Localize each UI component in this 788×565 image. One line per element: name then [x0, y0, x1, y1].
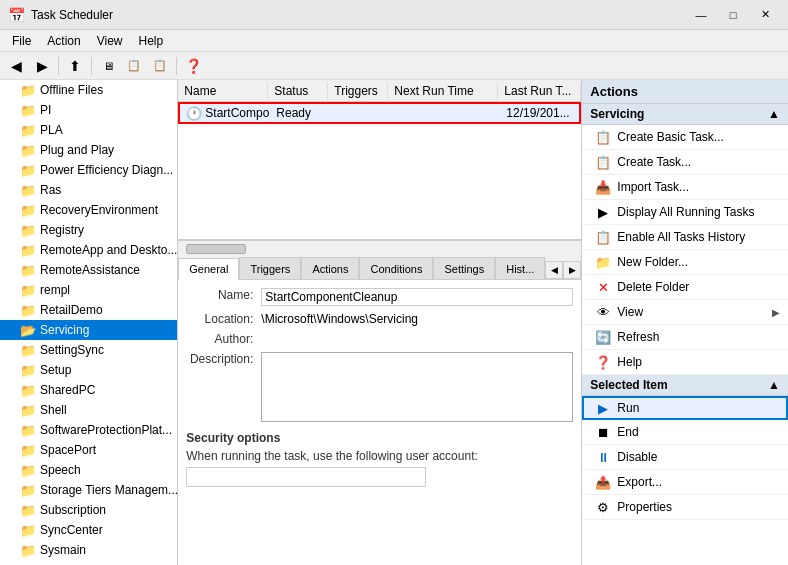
sidebar-item-label: Registry — [40, 223, 84, 237]
sidebar-item-label: SoftwareProtectionPlat... — [40, 423, 172, 437]
maximize-button[interactable]: □ — [718, 5, 748, 25]
folder-icon: 📁 — [20, 123, 36, 138]
tab-actions[interactable]: Actions — [301, 257, 359, 279]
sidebar-item-label: Setup — [40, 363, 71, 377]
sidebar-item-software-protection[interactable]: 📁 SoftwareProtectionPlat... — [0, 420, 177, 440]
sidebar-item-ras[interactable]: 📁 Ras — [0, 180, 177, 200]
col-header-status[interactable]: Status — [268, 82, 328, 100]
tab-triggers[interactable]: Triggers — [239, 257, 301, 279]
sidebar-item-shell[interactable]: 📁 Shell — [0, 400, 177, 420]
folder-icon: 📁 — [20, 223, 36, 238]
action-export[interactable]: 📤 Export... — [582, 470, 788, 495]
sidebar-item-registry[interactable]: 📁 Registry — [0, 220, 177, 240]
security-sub-label: When running the task, use the following… — [186, 449, 573, 463]
menu-view[interactable]: View — [89, 32, 131, 50]
col-header-name[interactable]: Name — [178, 82, 268, 100]
sidebar-item-sync-center[interactable]: 📁 SyncCenter — [0, 520, 177, 540]
menu-action[interactable]: Action — [39, 32, 88, 50]
tab-nav-right[interactable]: ▶ — [563, 261, 581, 279]
action-create-task[interactable]: 📋 Create Task... — [582, 150, 788, 175]
name-row: Name: — [186, 288, 573, 306]
folder-icon: 📁 — [20, 543, 36, 558]
tab-settings[interactable]: Settings — [433, 257, 495, 279]
toolbar-properties[interactable]: 📋 — [122, 55, 146, 77]
sidebar-item-recovery-environment[interactable]: 📁 RecoveryEnvironment — [0, 200, 177, 220]
sidebar-item-pi[interactable]: 📁 PI — [0, 100, 177, 120]
sidebar-item-label: Plug and Play — [40, 143, 114, 157]
folder-icon: 📁 — [20, 303, 36, 318]
sidebar-item-pla[interactable]: 📁 PLA — [0, 120, 177, 140]
tab-conditions[interactable]: Conditions — [359, 257, 433, 279]
task-list[interactable]: Name Status Triggers Next Run Time Last … — [178, 80, 581, 240]
sidebar-item-speech[interactable]: 📁 Speech — [0, 460, 177, 480]
sidebar-item-subscription[interactable]: 📁 Subscription — [0, 500, 177, 520]
task-row[interactable]: 🕐 StartCompo... Ready 12/19/201... — [178, 102, 581, 124]
tab-history[interactable]: Hist... — [495, 257, 545, 279]
action-end[interactable]: ⏹ End — [582, 420, 788, 445]
action-properties[interactable]: ⚙ Properties — [582, 495, 788, 520]
close-button[interactable]: ✕ — [750, 5, 780, 25]
sidebar-item-sysmain[interactable]: 📁 Sysmain — [0, 540, 177, 560]
toolbar-back[interactable]: ◀ — [4, 55, 28, 77]
sidebar-item-storage-tiers[interactable]: 📁 Storage Tiers Managem... — [0, 480, 177, 500]
sidebar-item-spaceport[interactable]: 📁 SpacePort — [0, 440, 177, 460]
sidebar-item-retail-demo[interactable]: 📁 RetailDemo — [0, 300, 177, 320]
sidebar-item-rempl[interactable]: 📁 rempl — [0, 280, 177, 300]
action-view[interactable]: 👁 View ▶ — [582, 300, 788, 325]
folder-icon: 📁 — [20, 163, 36, 178]
action-refresh[interactable]: 🔄 Refresh — [582, 325, 788, 350]
folder-icon: 📁 — [20, 203, 36, 218]
security-user-input[interactable] — [186, 467, 426, 487]
description-row: Description: — [186, 352, 573, 425]
action-import-task[interactable]: 📥 Import Task... — [582, 175, 788, 200]
action-enable-history[interactable]: 📋 Enable All Tasks History — [582, 225, 788, 250]
selected-item-section-header[interactable]: Selected Item ▲ — [582, 375, 788, 396]
menu-help[interactable]: Help — [131, 32, 172, 50]
task-list-scrollbar[interactable] — [178, 240, 581, 256]
toolbar-separator — [58, 57, 59, 75]
toolbar-help[interactable]: ❓ — [181, 55, 205, 77]
description-textarea[interactable] — [261, 352, 573, 422]
location-label: Location: — [186, 312, 261, 326]
scrollbar-thumb[interactable] — [186, 244, 246, 254]
menu-file[interactable]: File — [4, 32, 39, 50]
col-header-nextrun[interactable]: Next Run Time — [388, 82, 498, 100]
sidebar-item-remoteapp[interactable]: 📁 RemoteApp and Deskto... — [0, 240, 177, 260]
action-label: End — [617, 425, 780, 439]
end-icon: ⏹ — [594, 423, 612, 441]
servicing-section-header[interactable]: Servicing ▲ — [582, 104, 788, 125]
sidebar-item-plug-and-play[interactable]: 📁 Plug and Play — [0, 140, 177, 160]
sidebar-item-remote-assistance[interactable]: 📁 RemoteAssistance — [0, 260, 177, 280]
right-panel: Actions Servicing ▲ 📋 Create Basic Task.… — [582, 80, 788, 565]
action-delete-folder[interactable]: ✕ Delete Folder — [582, 275, 788, 300]
sidebar-item-power-efficiency[interactable]: 📁 Power Efficiency Diagn... — [0, 160, 177, 180]
toolbar-export[interactable]: 📋 — [148, 55, 172, 77]
description-value[interactable] — [261, 352, 573, 425]
tab-nav-left[interactable]: ◀ — [545, 261, 563, 279]
sidebar-item-setting-sync[interactable]: 📁 SettingSync — [0, 340, 177, 360]
action-display-running[interactable]: ▶ Display All Running Tasks — [582, 200, 788, 225]
new-folder-icon: 📁 — [594, 253, 612, 271]
col-header-lastrun[interactable]: Last Run T... — [498, 82, 581, 100]
toolbar-show-hide[interactable]: 🖥 — [96, 55, 120, 77]
action-create-basic-task[interactable]: 📋 Create Basic Task... — [582, 125, 788, 150]
name-input[interactable] — [261, 288, 573, 306]
sidebar-item-shared-pc[interactable]: 📁 SharedPC — [0, 380, 177, 400]
folder-icon: 📁 — [20, 463, 36, 478]
sidebar-item-servicing[interactable]: 📂 Servicing — [0, 320, 177, 340]
action-new-folder[interactable]: 📁 New Folder... — [582, 250, 788, 275]
folder-icon: 📁 — [20, 403, 36, 418]
help-icon: ❓ — [594, 353, 612, 371]
sidebar-item-label: Servicing — [40, 323, 89, 337]
action-run[interactable]: ▶ Run — [582, 396, 788, 420]
action-disable[interactable]: ⏸ Disable — [582, 445, 788, 470]
action-label: Create Basic Task... — [617, 130, 780, 144]
sidebar-item-setup[interactable]: 📁 Setup — [0, 360, 177, 380]
sidebar-item-offline-files[interactable]: 📁 Offline Files — [0, 80, 177, 100]
toolbar-up[interactable]: ⬆ — [63, 55, 87, 77]
tab-general[interactable]: General — [178, 258, 239, 280]
minimize-button[interactable]: — — [686, 5, 716, 25]
action-help-servicing[interactable]: ❓ Help — [582, 350, 788, 375]
toolbar-forward[interactable]: ▶ — [30, 55, 54, 77]
col-header-triggers[interactable]: Triggers — [328, 82, 388, 100]
